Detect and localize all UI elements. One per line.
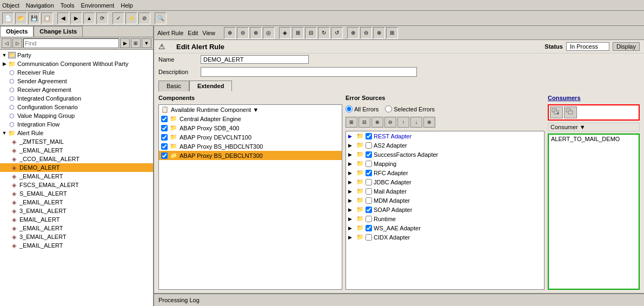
toolbar-history-btn[interactable]: ⟳ <box>96 12 108 24</box>
tree-item-rule10[interactable]: ◈ EMAIL_ALERT <box>0 215 153 224</box>
tree-item-rule1[interactable]: ◈ _ZMTEST_MAIL <box>0 137 153 146</box>
tree-item-alert-rule[interactable]: ▼ 📁 Alert Rule <box>0 129 153 137</box>
err-check-2[interactable] <box>366 151 372 158</box>
alert-tb-btn-12[interactable]: ⊗ <box>373 27 385 39</box>
comp-check-2[interactable] <box>161 125 168 131</box>
err-check-3[interactable] <box>366 161 372 167</box>
alert-tb-btn-6[interactable]: ⊞ <box>292 27 304 39</box>
alert-tb-btn-2[interactable]: ⊖ <box>237 27 249 39</box>
tree-item-rule6[interactable]: ◈ FSCS_EMAIL_ALERT <box>0 181 153 189</box>
alert-tb-btn-4[interactable]: ◎ <box>263 27 275 39</box>
tab-objects[interactable]: Objects <box>0 26 34 37</box>
err-tb-5[interactable]: ↑ <box>397 117 409 128</box>
nav-expand-btn[interactable]: ⊞ <box>131 38 141 48</box>
toolbar-up-btn[interactable]: ▲ <box>83 12 95 24</box>
tab-change-lists[interactable]: Change Lists <box>34 26 83 37</box>
err-tb-1[interactable]: ⊞ <box>346 117 357 128</box>
comp-check-4[interactable] <box>161 143 168 150</box>
tree-item-rule3[interactable]: ◈ _CCO_EMAIL_ALERT <box>0 155 153 163</box>
nav-prev-btn[interactable]: ◁ <box>2 38 11 48</box>
toolbar-forward-btn[interactable]: ▶ <box>70 12 82 24</box>
alert-tb-btn-1[interactable]: ⊕ <box>224 27 236 39</box>
toolbar-back-btn[interactable]: ◀ <box>57 12 69 24</box>
search-go-btn[interactable]: ▶ <box>120 38 130 48</box>
radio-all-errors-input[interactable] <box>346 105 353 112</box>
err-item-8[interactable]: ▶ 📁 SOAP Adapter <box>346 205 544 214</box>
menu-edit[interactable]: Edit <box>188 30 198 36</box>
tree-item-val-map[interactable]: ⬡ Value Mapping Group <box>0 111 153 120</box>
err-check-10[interactable] <box>366 225 372 231</box>
search-input[interactable] <box>23 38 119 48</box>
cons-tb-btn-2[interactable] <box>564 107 577 118</box>
toolbar-new-btn[interactable]: 📄 <box>2 12 14 24</box>
err-item-10[interactable]: ▶ 📁 WS_AAE Adapter <box>346 223 544 232</box>
tree-item-comm[interactable]: ▶ 📁 Communication Component Without Part… <box>0 59 153 68</box>
alert-tb-btn-10[interactable]: ⊕ <box>347 27 359 39</box>
menu-view[interactable]: View <box>202 30 215 36</box>
toolbar-deactivate-btn[interactable]: ⊘ <box>138 12 150 24</box>
tree-item-int-config[interactable]: ⬡ Integrated Configuration <box>0 94 153 103</box>
toolbar-search-btn[interactable]: 🔍 <box>155 12 167 24</box>
alert-tb-btn-7[interactable]: ⊟ <box>305 27 317 39</box>
radio-selected-errors[interactable]: Selected Errors <box>385 105 435 112</box>
menu-navigation[interactable]: Navigation <box>26 2 54 9</box>
comp-item-3[interactable]: 📁 ABAP Proxy DEVCLNT100 <box>159 132 342 142</box>
tree-item-rule7[interactable]: ◈ S_EMAIL_ALERT <box>0 189 153 198</box>
tree-item-rule13[interactable]: ◈ _EMAIL_ALERT <box>0 241 153 250</box>
alert-tb-btn-13[interactable]: ⊞ <box>386 27 398 39</box>
err-tb-4[interactable]: ⊖ <box>384 117 396 128</box>
comp-item-5[interactable]: 📁 ABAP Proxy BS_DEBCLNT300 <box>159 151 342 160</box>
alert-tb-btn-5[interactable]: ◈ <box>279 27 291 39</box>
tree-item-rule4[interactable]: ◈ DEMO_ALERT <box>0 163 153 172</box>
tree-item-sender-agr[interactable]: ⬡ Sender Agreement <box>0 77 153 85</box>
err-check-4[interactable] <box>366 170 372 176</box>
comp-item-1[interactable]: 📁 Central Adapter Engine <box>159 114 342 123</box>
tree-item-int-flow[interactable]: ⬡ Integration Flow <box>0 120 153 129</box>
tree-item-rule5[interactable]: ◈ _EMAIL_ALERT <box>0 172 153 181</box>
err-item-4[interactable]: ▶ 📁 RFC Adapter <box>346 168 544 177</box>
comp-item-2[interactable]: 📁 ABAP Proxy SDB_400 <box>159 123 342 132</box>
tree-item-recv-agr[interactable]: ⬡ Receiver Agreement <box>0 85 153 94</box>
menu-object[interactable]: Object <box>2 2 19 9</box>
toolbar-open-btn[interactable]: 📂 <box>15 12 27 24</box>
comp-check-1[interactable] <box>161 116 168 122</box>
tab-extended[interactable]: Extended <box>189 81 233 91</box>
tree-item-recv-rule[interactable]: ⬡ Receiver Rule <box>0 68 153 77</box>
err-item-9[interactable]: ▶ 📁 Runtime <box>346 214 544 223</box>
err-item-0[interactable]: ▶ 📁 REST Adapter <box>346 131 544 141</box>
toolbar-check-btn[interactable]: ✓ <box>112 12 124 24</box>
err-check-1[interactable] <box>366 142 372 149</box>
alert-tb-btn-8[interactable]: ↻ <box>318 27 330 39</box>
tree-item-party[interactable]: ▼ 📁 Party <box>0 51 153 59</box>
alert-tb-btn-3[interactable]: ⊗ <box>250 27 262 39</box>
tree-item-rule2[interactable]: ◈ _EMAIL_ALERT <box>0 146 153 155</box>
err-item-1[interactable]: ▶ 📁 AS2 Adapter <box>346 141 544 150</box>
menu-tools[interactable]: Tools <box>61 2 75 9</box>
comp-item-0[interactable]: 📋 Available Runtime Component ▼ <box>159 105 342 114</box>
err-item-6[interactable]: ▶ 📁 Mail Adapter <box>346 187 544 196</box>
err-tb-3[interactable]: ⊕ <box>371 117 383 128</box>
err-item-2[interactable]: ▶ 📁 SuccessFactors Adapter <box>346 150 544 159</box>
err-check-11[interactable] <box>366 234 372 241</box>
description-input[interactable] <box>201 67 417 77</box>
nav-next-btn[interactable]: ▷ <box>12 38 22 48</box>
tree-item-rule12[interactable]: ◈ 3_EMAIL_ALERT <box>0 232 153 241</box>
alert-tb-btn-11[interactable]: ⊖ <box>360 27 372 39</box>
consumer-item-0[interactable]: ALERT_TO_MAIL_DEMO <box>549 135 639 143</box>
err-tb-7[interactable]: ⊗ <box>423 117 435 128</box>
tree-item-rule8[interactable]: ◈ _EMAIL_ALERT <box>0 198 153 207</box>
tree-item-rule9[interactable]: ◈ 3_EMAIL_ALERT <box>0 207 153 215</box>
err-check-7[interactable] <box>366 197 372 204</box>
nav-options-btn[interactable]: ▼ <box>142 38 151 48</box>
radio-all-errors[interactable]: All Errors <box>346 105 379 112</box>
tree-item-config-scen[interactable]: ⬡ Configuration Scenario <box>0 103 153 111</box>
menu-help[interactable]: Help <box>121 2 133 9</box>
err-item-11[interactable]: ▶ 📁 CIDX Adapter <box>346 232 544 242</box>
err-check-9[interactable] <box>366 216 372 222</box>
menu-alert-rule[interactable]: Alert Rule <box>157 30 183 36</box>
err-check-8[interactable] <box>366 207 372 213</box>
err-item-7[interactable]: ▶ 📁 MDM Adapter <box>346 196 544 205</box>
err-tb-6[interactable]: ↓ <box>410 117 422 128</box>
tab-basic[interactable]: Basic <box>158 81 189 91</box>
alert-tb-btn-9[interactable]: ↺ <box>331 27 343 39</box>
